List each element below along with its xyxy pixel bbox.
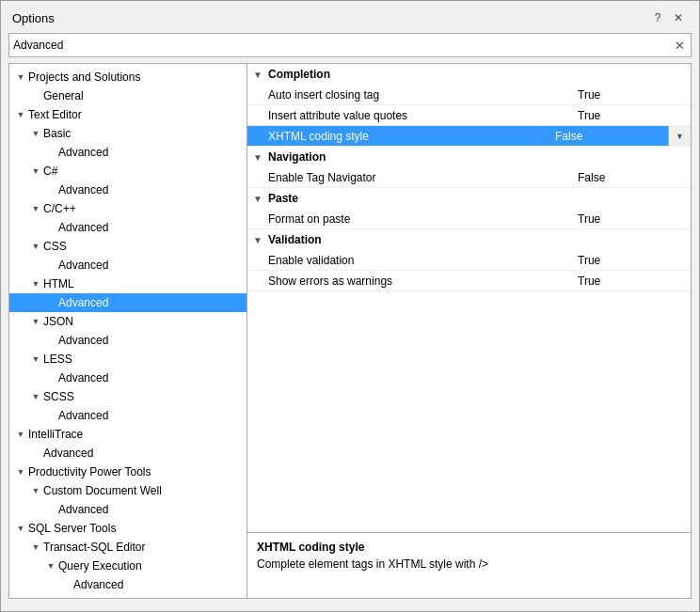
tree-item-projects-solutions-general[interactable]: General [9, 86, 247, 105]
prop-row[interactable]: Enable validationTrue [247, 250, 691, 271]
expander-icon [13, 427, 28, 442]
tree-item-scss[interactable]: SCSS [9, 387, 247, 406]
section-label: Completion [268, 68, 330, 81]
expander-icon [28, 164, 43, 179]
expander-icon [28, 239, 43, 254]
tree-item-label: Advanced [58, 183, 108, 196]
search-input[interactable] [13, 39, 669, 52]
tree-item-css-advanced[interactable]: Advanced [9, 256, 247, 275]
tree-item-projects-solutions[interactable]: Projects and Solutions [9, 68, 247, 86]
prop-value: False [578, 171, 691, 184]
tree-item-basic[interactable]: Basic [9, 124, 247, 143]
tree-item-custom-document-well[interactable]: Custom Document Well [9, 481, 247, 500]
tree-item-transact-sql-editor[interactable]: Transact-SQL Editor [9, 538, 247, 557]
tree-item-label: HTML [43, 277, 74, 290]
prop-row[interactable]: Insert attribute value quotesTrue [247, 105, 691, 126]
close-button[interactable]: ✕ [669, 8, 688, 27]
tree-item-csharp[interactable]: C# [9, 162, 247, 180]
tree-item-intellitrace-advanced[interactable]: Advanced [9, 444, 247, 463]
section-label: Validation [268, 233, 322, 246]
section-header-navigation[interactable]: ▼Navigation [247, 147, 691, 167]
main-content: Projects and SolutionsGeneralText Editor… [8, 63, 692, 599]
expander-icon [28, 389, 43, 404]
tree-item-label: Advanced [58, 259, 108, 272]
tree-item-custom-doc-advanced[interactable]: Advanced [9, 500, 247, 519]
tree-item-label: Advanced [58, 221, 108, 234]
tree-panel: Projects and SolutionsGeneralText Editor… [9, 64, 247, 598]
tree-item-label: C# [43, 165, 57, 178]
tree-item-label: C/C++ [43, 202, 76, 215]
prop-row[interactable]: XHTML coding styleFalse [247, 126, 691, 147]
help-button[interactable]: ? [648, 8, 667, 27]
title-buttons: ? ✕ [648, 8, 688, 27]
prop-dropdown[interactable] [668, 126, 691, 146]
section-header-validation[interactable]: ▼Validation [247, 229, 691, 250]
expander-icon [28, 276, 43, 291]
tree-item-label: Advanced [58, 334, 108, 347]
properties-area: ▼CompletionAuto insert closing tagTrueIn… [247, 64, 691, 532]
prop-row[interactable]: Enable Tag NavigatorFalse [247, 167, 691, 188]
tree-item-intellitrace[interactable]: IntelliTrace [9, 425, 247, 444]
tree-item-label: Advanced [58, 146, 108, 159]
tree-item-json[interactable]: JSON [9, 312, 247, 331]
prop-row[interactable]: Format on pasteTrue [247, 209, 691, 229]
tree-item-sql-server-tools[interactable]: SQL Server Tools [9, 519, 247, 538]
tree-item-label: Text Editor [28, 108, 82, 121]
title-bar: Options ? ✕ [1, 1, 699, 33]
prop-row[interactable]: Auto insert closing tagTrue [247, 85, 691, 105]
tree-item-less-advanced[interactable]: Advanced [9, 369, 247, 387]
search-clear-button[interactable]: ✕ [673, 39, 687, 53]
tree-item-label: Query Execution [58, 559, 142, 573]
tree-item-cpp[interactable]: C/C++ [9, 199, 247, 218]
tree-item-label: JSON [43, 315, 73, 328]
tree-item-less[interactable]: LESS [9, 350, 247, 369]
options-dialog: Options ? ✕ ✕ Projects and SolutionsGene… [0, 0, 700, 612]
tree-item-label: Advanced [58, 409, 108, 422]
tree-item-text-editor[interactable]: Text Editor [9, 105, 247, 124]
tree-item-label: General [43, 89, 84, 102]
collapse-icon: ▼ [253, 235, 264, 245]
collapse-icon: ▼ [253, 70, 264, 80]
tree-item-label: Transact-SQL Editor [43, 541, 145, 554]
tree-item-html-advanced[interactable]: Advanced [9, 293, 247, 312]
tree-item-label: Basic [43, 127, 71, 140]
tree-item-productivity-power-tools[interactable]: Productivity Power Tools [9, 463, 247, 481]
prop-name: Show errors as warnings [247, 275, 578, 288]
prop-name: Format on paste [247, 212, 578, 226]
tree-item-label: Productivity Power Tools [28, 465, 151, 479]
expander-icon [13, 107, 28, 122]
tree-item-label: Advanced [58, 296, 108, 309]
prop-value: True [578, 109, 691, 122]
right-panel: ▼CompletionAuto insert closing tagTrueIn… [247, 64, 691, 598]
expander-icon [28, 540, 43, 555]
prop-value: True [578, 254, 691, 267]
tree-item-label: Advanced [43, 447, 93, 460]
description-area: XHTML coding style Complete element tags… [247, 532, 691, 598]
tree-item-cpp-advanced[interactable]: Advanced [9, 218, 247, 237]
prop-value: False [555, 130, 668, 143]
tree-item-css[interactable]: CSS [9, 237, 247, 256]
tree-item-html[interactable]: HTML [9, 275, 247, 293]
prop-name: Enable validation [247, 254, 578, 267]
prop-name: Enable Tag Navigator [247, 171, 578, 184]
section-header-paste[interactable]: ▼Paste [247, 188, 691, 209]
tree-item-json-advanced[interactable]: Advanced [9, 331, 247, 350]
tree-item-query-execution[interactable]: Query Execution [9, 557, 247, 575]
expander-icon [28, 314, 43, 329]
section-label: Navigation [268, 150, 326, 164]
tree-item-basic-advanced[interactable]: Advanced [9, 143, 247, 162]
search-bar: ✕ [8, 33, 692, 57]
expander-icon [28, 352, 43, 367]
tree-item-csharp-advanced[interactable]: Advanced [9, 180, 247, 199]
tree-item-label: CSS [43, 240, 67, 253]
expander-icon [28, 201, 43, 216]
tree-item-label: SQL Server Tools [28, 522, 116, 535]
tree-item-scss-advanced[interactable]: Advanced [9, 406, 247, 425]
section-header-completion[interactable]: ▼Completion [247, 64, 691, 85]
tree-item-label: LESS [43, 353, 72, 366]
prop-row[interactable]: Show errors as warningsTrue [247, 271, 691, 291]
tree-item-query-advanced[interactable]: Advanced [9, 575, 247, 594]
tree-item-label: Advanced [58, 503, 108, 516]
tree-item-label: Custom Document Well [43, 484, 162, 497]
prop-value: True [578, 88, 691, 102]
